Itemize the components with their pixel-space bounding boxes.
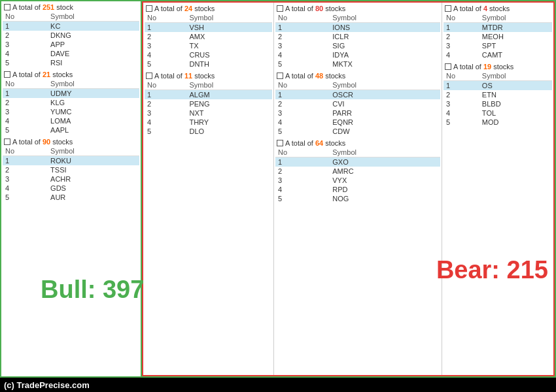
table-row: 1IONS xyxy=(275,23,440,33)
row-symbol: CDW xyxy=(330,127,440,136)
row-symbol: DKNG xyxy=(48,31,139,40)
table-row: 1ROKU xyxy=(3,156,139,166)
stock-section-rr1: A total of 4 stocksNoSymbol1MTDR2MEOH3SP… xyxy=(443,4,552,59)
checkbox-icon xyxy=(445,5,451,12)
col-header: No xyxy=(145,13,186,23)
table-row: 1VSH xyxy=(145,23,272,33)
table-row: 5AUR xyxy=(3,193,139,202)
col-header: No xyxy=(145,80,186,90)
row-no: 3 xyxy=(275,176,330,185)
row-no: 2 xyxy=(3,165,48,174)
row-symbol: OS xyxy=(479,81,552,91)
col-header: No xyxy=(3,12,48,22)
table-row: 1OS xyxy=(443,81,552,91)
table-row: 5RSI xyxy=(3,58,139,67)
row-no: 4 xyxy=(275,50,330,59)
section-header-rr2: A total of 19 stocks xyxy=(443,62,552,71)
col-header: Symbol xyxy=(479,13,552,23)
row-no: 4 xyxy=(3,184,48,193)
checkbox-icon xyxy=(4,4,10,10)
row-symbol: KC xyxy=(48,22,139,31)
section-header-text: A total of 64 stocks xyxy=(285,139,345,147)
row-symbol: MTDR xyxy=(479,23,552,33)
col-header: Symbol xyxy=(479,71,552,81)
section-header-sec2: A total of 21 stocks xyxy=(3,70,139,79)
section-count: 4 xyxy=(483,5,487,12)
row-no: 5 xyxy=(443,118,479,127)
row-symbol: APP xyxy=(48,40,139,49)
row-no: 5 xyxy=(145,127,186,136)
col-header: No xyxy=(443,71,479,81)
section-header-text: A total of 24 stocks xyxy=(154,5,215,12)
row-no: 1 xyxy=(443,81,479,91)
row-symbol: NOG xyxy=(330,194,440,203)
row-symbol: VSH xyxy=(186,23,272,33)
row-no: 1 xyxy=(3,22,48,31)
row-symbol: PARR xyxy=(330,108,440,118)
section-header-rl1: A total of 24 stocks xyxy=(145,4,272,13)
stock-table-rm1: NoSymbol1IONS2ICLR3SIG4IDYA5MKTX xyxy=(275,13,440,69)
table-row: 5MOD xyxy=(443,118,552,127)
row-no: 2 xyxy=(3,31,48,40)
row-symbol: SPT xyxy=(479,41,552,50)
section-count: 21 xyxy=(43,71,50,78)
table-row: 3ACHR xyxy=(3,174,139,184)
row-no: 3 xyxy=(275,41,330,50)
row-symbol: MOD xyxy=(479,118,552,127)
right-left-panel: A total of 24 stocksNoSymbol1VSH2AMX3TX4… xyxy=(143,3,274,375)
checkbox-icon xyxy=(4,71,10,78)
col-header: Symbol xyxy=(186,13,272,23)
row-symbol: DAVE xyxy=(48,49,139,58)
table-row: 5AAPL xyxy=(3,125,139,135)
table-row: 4TOL xyxy=(443,108,552,118)
row-symbol: ETN xyxy=(479,90,552,99)
row-symbol: UDMY xyxy=(48,89,139,99)
row-no: 3 xyxy=(443,99,479,108)
row-symbol: PENG xyxy=(186,99,272,108)
stock-section-rl2: A total of 11 stocksNoSymbol1ALGM2PENG3N… xyxy=(145,71,272,136)
table-row: 2CVI xyxy=(275,99,440,108)
row-symbol: DLO xyxy=(186,127,272,136)
table-row: 5MKTX xyxy=(275,59,440,69)
stock-section-rm1: A total of 80 stocksNoSymbol1IONS2ICLR3S… xyxy=(275,4,440,69)
section-header-rr1: A total of 4 stocks xyxy=(443,4,552,13)
row-no: 3 xyxy=(3,107,48,116)
table-row: 2DKNG xyxy=(3,31,139,40)
section-header-text: A total of 19 stocks xyxy=(453,63,513,71)
row-symbol: AMRC xyxy=(330,167,440,176)
row-symbol: SIG xyxy=(330,41,440,50)
row-no: 2 xyxy=(145,99,186,108)
row-symbol: MKTX xyxy=(330,59,440,69)
row-no: 5 xyxy=(3,193,48,202)
row-symbol: GDS xyxy=(48,184,139,193)
checkbox-icon xyxy=(146,73,152,79)
section-header-rm3: A total of 64 stocks xyxy=(275,139,440,148)
bull-label: Bull: 397 xyxy=(41,276,144,304)
row-no: 3 xyxy=(145,41,186,50)
row-no: 2 xyxy=(443,90,479,99)
row-symbol: GXO xyxy=(330,157,440,167)
col-header: Symbol xyxy=(330,148,440,157)
right-right-panel: A total of 4 stocksNoSymbol1MTDR2MEOH3SP… xyxy=(442,3,553,375)
row-no: 1 xyxy=(145,23,186,33)
table-row: 4RPD xyxy=(275,185,440,194)
table-row: 3YUMC xyxy=(3,107,139,116)
stock-section-rl1: A total of 24 stocksNoSymbol1VSH2AMX3TX4… xyxy=(145,4,272,69)
section-count: 64 xyxy=(315,139,323,147)
stock-table-sec1: NoSymbol1KC2DKNG3APP4DAVE5RSI xyxy=(3,12,139,67)
stock-table-rl2: NoSymbol1ALGM2PENG3NXT4THRY5DLO xyxy=(145,80,272,136)
row-no: 4 xyxy=(3,116,48,125)
row-no: 5 xyxy=(275,194,330,203)
table-row: 2AMX xyxy=(145,32,272,41)
row-no: 4 xyxy=(145,118,186,127)
row-no: 1 xyxy=(275,157,330,167)
table-row: 2ETN xyxy=(443,90,552,99)
row-no: 4 xyxy=(145,50,186,59)
row-symbol: RSI xyxy=(48,58,139,67)
stock-table-rm2: NoSymbol1OSCR2CVI3PARR4EQNR5CDW xyxy=(275,80,440,136)
stock-section-rm2: A total of 48 stocksNoSymbol1OSCR2CVI3PA… xyxy=(275,71,440,136)
row-symbol: CAMT xyxy=(479,50,552,59)
section-header-text: A total of 251 stock xyxy=(12,3,73,11)
table-row: 4EQNR xyxy=(275,118,440,127)
row-no: 5 xyxy=(3,58,48,67)
